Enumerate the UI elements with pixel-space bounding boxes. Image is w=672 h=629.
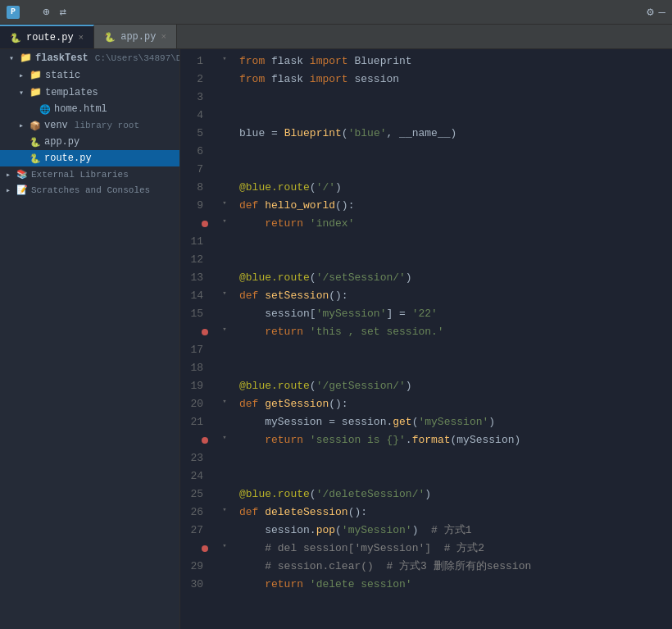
- fold-icon-14[interactable]: ▾: [216, 284, 233, 302]
- static-arrow: [16, 71, 26, 80]
- venv-arrow: [16, 121, 26, 130]
- line-number-22: [180, 431, 210, 449]
- fold-icon-26[interactable]: ▾: [216, 500, 233, 518]
- main-area: 📁 flaskTest C:\Users\34897\D 📁 static 📁 …: [0, 49, 672, 629]
- tab-route-py[interactable]: 🐍 route.py ×: [0, 25, 94, 48]
- settings-icon[interactable]: ⚙: [647, 5, 653, 19]
- title-bar: P ⊕ ⇄ ⚙ —: [0, 0, 672, 25]
- line-number-11: 11: [180, 233, 210, 251]
- venv-icon: 📦: [30, 121, 41, 131]
- sidebar-item-app-py[interactable]: 🐍 app.py: [0, 134, 179, 150]
- code-line-13: @blue.route('/setSession/'): [233, 269, 672, 287]
- fold-icon-28[interactable]: ▾: [216, 536, 233, 554]
- code-line-7: [233, 161, 672, 179]
- fold-icon-1[interactable]: ▾: [216, 49, 233, 67]
- line-numbers: 1234567891112131415171819202123242526272…: [180, 49, 216, 629]
- tab-route-close[interactable]: ×: [79, 33, 84, 43]
- sidebar-item-flasktest[interactable]: 📁 flaskTest C:\Users\34897\D: [0, 49, 179, 66]
- flasktest-folder-icon: 📁: [20, 52, 32, 64]
- sidebar: 📁 flaskTest C:\Users\34897\D 📁 static 📁 …: [0, 49, 180, 629]
- line-number-21: 21: [180, 413, 210, 431]
- fold-icon-16[interactable]: ▾: [216, 320, 233, 338]
- sidebar-item-external-libraries[interactable]: 📚 External Libraries: [0, 166, 179, 182]
- line-number-14: 14: [180, 287, 210, 305]
- line-number-23: 23: [180, 449, 210, 467]
- line-number-9: 9: [180, 197, 210, 215]
- code-line-5: blue = Blueprint('blue', __name__): [233, 125, 672, 143]
- tab-app-py[interactable]: 🐍 app.py ×: [94, 25, 177, 48]
- code-line-27: session.pop('mySession') # 方式1: [233, 522, 672, 540]
- app-py-icon: 🐍: [30, 137, 41, 148]
- fold-icon-18: [216, 356, 233, 374]
- fold-icon-9[interactable]: ▾: [216, 194, 233, 212]
- line-number-17: 17: [180, 341, 210, 359]
- fold-icon-22[interactable]: ▾: [216, 428, 233, 446]
- venv-label: venv: [44, 120, 68, 131]
- project-label[interactable]: P: [7, 6, 26, 19]
- line-number-4: 4: [180, 107, 210, 125]
- fold-icon-19: [216, 374, 233, 392]
- fold-icon-20[interactable]: ▾: [216, 392, 233, 410]
- scratches-label: Scratches and Consoles: [31, 185, 150, 195]
- flasktest-arrow: [7, 53, 16, 63]
- fold-icon-17: [216, 338, 233, 356]
- code-line-9: def hello_world():: [233, 197, 672, 215]
- tab-app-close[interactable]: ×: [161, 32, 166, 42]
- fold-icon-4: [216, 103, 233, 121]
- code-line-4: [233, 107, 672, 125]
- fold-icon-10[interactable]: ▾: [216, 212, 233, 230]
- line-number-12: 12: [180, 251, 210, 269]
- line-number-6: 6: [180, 143, 210, 161]
- breakpoint-10: [202, 221, 208, 227]
- line-number-24: 24: [180, 467, 210, 485]
- fold-icon-8: [216, 175, 233, 194]
- ext-label: External Libraries: [31, 170, 129, 180]
- sync-icon[interactable]: ⇄: [56, 3, 69, 21]
- sidebar-item-static[interactable]: 📁 static: [0, 66, 179, 84]
- add-icon[interactable]: ⊕: [39, 3, 52, 21]
- fold-icon-25: [216, 482, 233, 500]
- sidebar-item-venv[interactable]: 📦 venv library root: [0, 117, 179, 134]
- line-number-18: 18: [180, 359, 210, 377]
- venv-extra: library root: [75, 121, 139, 130]
- code-line-26: def deleteSession():: [233, 504, 672, 522]
- sidebar-item-route-py[interactable]: 🐍 route.py: [0, 150, 179, 166]
- code-line-16: return 'this , set session.': [233, 323, 672, 341]
- line-number-16: [180, 323, 210, 341]
- fold-icon-21: [216, 410, 233, 428]
- minimize-icon[interactable]: —: [659, 6, 665, 19]
- line-number-15: 15: [180, 305, 210, 323]
- code-line-17: [233, 341, 672, 359]
- code-line-14: def setSession():: [233, 287, 672, 305]
- code-line-12: [233, 251, 672, 269]
- fold-icon-24: [216, 464, 233, 482]
- home-html-label: home.html: [54, 103, 107, 115]
- fold-icon-11: [216, 230, 233, 248]
- code-line-28: # del session['mySession'] # 方式2: [233, 540, 672, 558]
- ext-arrow: [3, 170, 13, 180]
- fold-icon-30: [216, 572, 233, 590]
- code-line-25: @blue.route('/deleteSession/'): [233, 485, 672, 504]
- code-line-2: from flask import session: [233, 71, 672, 89]
- line-number-27: 27: [180, 522, 210, 540]
- line-number-3: 3: [180, 89, 210, 107]
- templates-arrow: [16, 88, 26, 98]
- code-line-23: [233, 449, 672, 467]
- code-line-15: session['mySession'] = '22': [233, 305, 672, 323]
- line-number-26: 26: [180, 504, 210, 522]
- code-content[interactable]: from flask import Blueprintfrom flask im…: [233, 49, 672, 629]
- sidebar-item-scratches[interactable]: 📝 Scratches and Consoles: [0, 182, 179, 198]
- home-html-icon: 🌐: [39, 104, 51, 115]
- line-number-25: 25: [180, 485, 210, 504]
- line-number-19: 19: [180, 377, 210, 395]
- code-line-6: [233, 143, 672, 161]
- fold-icon-2: [216, 67, 233, 85]
- tab-app-py-icon: 🐍: [104, 32, 116, 43]
- breakpoint-16: [202, 329, 208, 335]
- fold-gutter: ▾▾▾▾▾▾▾▾▾: [216, 49, 233, 629]
- line-number-8: 8: [180, 179, 210, 197]
- static-folder-icon: 📁: [30, 69, 42, 81]
- sidebar-item-home-html[interactable]: 🌐 home.html: [0, 101, 179, 117]
- fold-icon-12: [216, 248, 233, 266]
- sidebar-item-templates[interactable]: 📁 templates: [0, 84, 179, 101]
